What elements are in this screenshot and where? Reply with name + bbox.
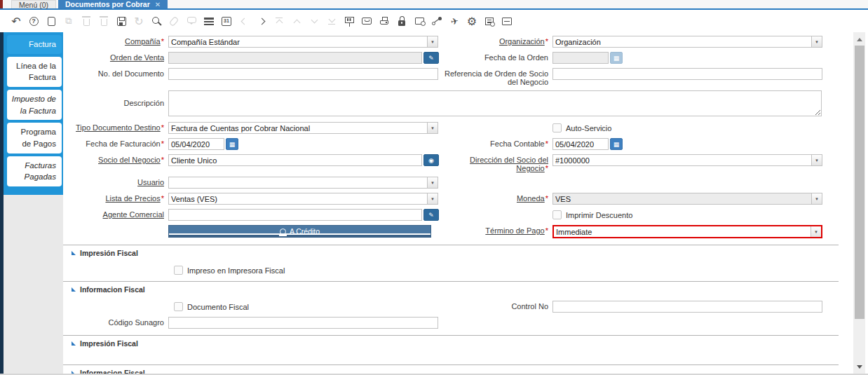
control-no-input[interactable] — [552, 301, 822, 313]
descripcion-input[interactable] — [168, 90, 822, 116]
dropdown-arrow-icon[interactable] — [427, 36, 438, 47]
tipo-documento-destino-select[interactable] — [168, 122, 438, 134]
fecha-facturacion-input[interactable] — [168, 138, 224, 150]
close-tab-icon[interactable]: ✕ — [155, 1, 161, 8]
moneda-label: Moneda* — [442, 193, 552, 203]
first-record-button[interactable] — [271, 13, 287, 29]
termino-pago-select[interactable] — [552, 225, 822, 238]
orden-venta-record-button[interactable]: ✎ — [423, 52, 439, 64]
vertical-scrollbar[interactable] — [853, 32, 865, 374]
collapse-triangle-icon[interactable] — [72, 287, 76, 292]
fecha-contable-input[interactable] — [552, 138, 609, 150]
usuario-input[interactable] — [169, 177, 427, 188]
auto-servicio-checkbox[interactable] — [552, 123, 562, 132]
printer-icon — [380, 20, 388, 25]
workflow-button[interactable] — [429, 13, 445, 29]
print-button[interactable] — [377, 13, 392, 29]
archived-documents-button[interactable] — [482, 13, 497, 29]
report-button[interactable] — [341, 13, 357, 29]
preference-button[interactable]: ⚙ — [464, 13, 480, 29]
parent-record-button[interactable] — [289, 13, 304, 29]
lista-precios-input[interactable] — [169, 193, 427, 204]
attachment-button[interactable] — [166, 13, 182, 29]
lock-button[interactable] — [394, 13, 409, 29]
dropdown-arrow-icon[interactable] — [811, 193, 822, 204]
imprimir-descuento-checkbox[interactable] — [552, 210, 562, 219]
dropdown-arrow-icon[interactable] — [427, 123, 438, 133]
organizacion-input[interactable] — [553, 36, 811, 47]
delete-selection-button[interactable] — [96, 13, 111, 29]
section-impresion-fiscal-2[interactable]: Impresión Fiscal — [63, 336, 853, 355]
tipo-documento-destino-input[interactable] — [169, 123, 427, 133]
fecha-contable-calendar-button[interactable]: ▦ — [610, 138, 623, 150]
zoom-across-button[interactable] — [412, 13, 427, 29]
no-documento-input[interactable] — [168, 68, 438, 80]
request-button[interactable]: ✈ — [447, 13, 462, 29]
sidebar-tab-facturas-pagadas[interactable]: Facturas Pagadas — [7, 156, 62, 186]
copy-record-button[interactable]: ⧉ — [61, 13, 76, 29]
agente-comercial-record-button[interactable]: ✎ — [423, 209, 439, 221]
archive-button[interactable] — [359, 13, 374, 29]
dropdown-arrow-icon[interactable] — [427, 177, 438, 188]
lista-precios-select[interactable] — [168, 193, 438, 205]
edit-record-icon: ✎ — [428, 212, 434, 219]
sidebar-tab-linea-de-la-factura[interactable]: Línea de la Factura — [7, 57, 62, 87]
socio-negocio-info-button[interactable]: ◉ — [423, 154, 439, 166]
scroll-down-arrow[interactable] — [853, 361, 865, 372]
tab-documentos-por-cobrar[interactable]: Documentos por Cobrar ✕ — [58, 0, 168, 8]
agente-comercial-input[interactable] — [168, 209, 422, 221]
undo-button[interactable]: ↶ — [8, 13, 24, 29]
dropdown-arrow-icon[interactable] — [811, 155, 822, 165]
referencia-orden-input[interactable] — [552, 68, 822, 80]
chat-button[interactable] — [184, 13, 199, 29]
collapse-triangle-icon[interactable] — [72, 341, 76, 346]
fecha-facturacion-calendar-button[interactable]: ▦ — [226, 138, 238, 150]
collapse-triangle-icon[interactable] — [72, 251, 76, 255]
calendar-button[interactable]: 31 — [219, 13, 234, 29]
last-record-button[interactable] — [324, 13, 339, 29]
tab-menu[interactable]: Menú (0) — [11, 0, 56, 8]
delete-record-button[interactable] — [79, 13, 94, 29]
sidebar-tab-programa-de-pagos[interactable]: Programa de Pagos — [7, 123, 62, 153]
next-record-button[interactable] — [254, 13, 269, 29]
dropdown-arrow-icon[interactable] — [427, 193, 438, 204]
previous-record-button[interactable] — [236, 13, 252, 29]
a-credito-button[interactable]: A Crédito — [168, 225, 431, 238]
direccion-socio-select[interactable] — [552, 154, 822, 166]
dropdown-arrow-icon[interactable] — [811, 36, 822, 47]
impreso-impresora-checkbox[interactable] — [174, 266, 183, 275]
collapse-triangle-icon[interactable] — [72, 371, 76, 374]
compania-select[interactable] — [168, 36, 438, 48]
sidebar-tab-impuesto-de-la-factura[interactable]: Impuesto de la Factura — [7, 90, 62, 120]
usuario-select[interactable] — [168, 177, 438, 189]
moneda-select[interactable] — [552, 193, 822, 205]
help-button[interactable] — [26, 13, 41, 29]
organizacion-select[interactable] — [552, 36, 822, 48]
compania-input[interactable] — [169, 36, 427, 47]
control-no-label: Control No — [442, 301, 552, 311]
refresh-button[interactable]: ↻ — [131, 13, 147, 29]
edit-record-icon: ✎ — [428, 55, 434, 62]
fecha-orden-label: Fecha de la Orden — [442, 52, 552, 62]
scroll-up-arrow[interactable] — [853, 34, 865, 45]
codigo-sunagro-label: Código Sunagro — [63, 317, 168, 327]
dropdown-arrow-icon[interactable] — [811, 226, 821, 237]
grid-toggle-button[interactable] — [201, 13, 217, 29]
scrollbar-thumb[interactable] — [855, 46, 864, 319]
print-preview-button[interactable] — [499, 13, 515, 29]
save-button[interactable] — [114, 13, 129, 29]
new-record-button[interactable] — [43, 13, 59, 29]
sidebar-tab-factura[interactable]: Factura — [7, 35, 62, 54]
codigo-sunagro-input[interactable] — [168, 317, 438, 329]
section-impresion-fiscal-1[interactable]: Impresión Fiscal — [63, 245, 853, 264]
section-informacion-fiscal-2[interactable]: Informacion Fiscal — [63, 365, 853, 374]
socio-negocio-input[interactable] — [168, 154, 422, 166]
detail-record-button[interactable] — [306, 13, 322, 29]
section-informacion-fiscal-1[interactable]: Informacion Fiscal — [63, 282, 853, 301]
documento-fiscal-checkbox[interactable] — [174, 302, 183, 311]
lock-icon — [398, 20, 405, 26]
termino-pago-input[interactable] — [554, 226, 811, 237]
orden-venta-label: Orden de Venta — [63, 52, 168, 62]
find-button[interactable] — [149, 13, 164, 29]
direccion-socio-input[interactable] — [553, 155, 811, 165]
